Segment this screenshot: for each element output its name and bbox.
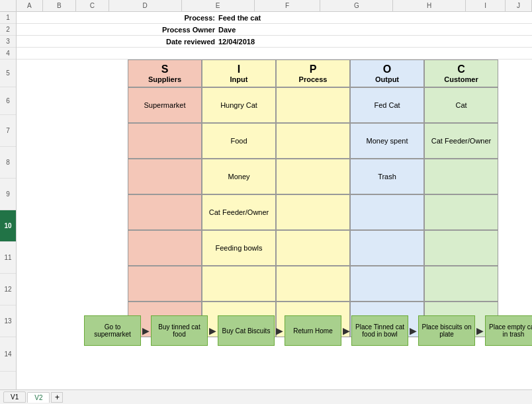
o-letter: O xyxy=(383,63,391,75)
bottom-tabs: V1 V2 + xyxy=(0,389,532,404)
c-letter: C xyxy=(457,63,465,75)
i-letter: I xyxy=(238,63,240,75)
col-header-i: I xyxy=(466,0,506,11)
row-num-3: 3 xyxy=(0,36,16,48)
sipoc-cell-1-3: Money spent xyxy=(350,123,424,159)
sipoc-row-4: Feeding bowls xyxy=(128,230,498,266)
sipoc-cell-2-3: Trash xyxy=(350,159,424,194)
flow-arrow-3: ▶ xyxy=(341,325,351,336)
sipoc-cell-2-4 xyxy=(424,159,498,194)
sipoc-cell-4-1: Feeding bowls xyxy=(202,230,276,266)
sipoc-cell-0-2 xyxy=(276,87,350,123)
row-num-10: 10 xyxy=(0,210,16,242)
sipoc-cell-5-1 xyxy=(202,266,276,302)
sipoc-table: S Suppliers I Input P Process O xyxy=(128,60,498,337)
col-header-c: C xyxy=(76,0,109,11)
sipoc-body: SupermarketHungry CatFed CatCatFoodMoney… xyxy=(128,87,498,337)
row-num-11: 11 xyxy=(0,242,16,274)
sipoc-cell-0-4: Cat xyxy=(424,87,498,123)
sipoc-cell-0-3: Fed Cat xyxy=(350,87,424,123)
row-num-13: 13 xyxy=(0,305,16,337)
sipoc-cell-1-4: Cat Feeder/Owner xyxy=(424,123,498,159)
row-num-2: 2 xyxy=(0,24,16,36)
sipoc-cell-5-2 xyxy=(276,266,350,302)
sipoc-cell-4-0 xyxy=(128,230,202,266)
sipoc-cell-3-2 xyxy=(276,194,350,230)
flow-arrow-4: ▶ xyxy=(408,325,418,336)
col-header-f: F xyxy=(255,0,321,11)
row-numbers: 1234567891011121314 xyxy=(0,12,17,404)
row-num-1: 1 xyxy=(0,12,16,24)
owner-value: Dave xyxy=(218,26,351,34)
tab-v2[interactable]: V2 xyxy=(27,392,50,403)
sipoc-cell-3-3 xyxy=(350,194,424,230)
col-header-h: H xyxy=(393,0,466,11)
main-area: 1234567891011121314 Process: Feed the ca… xyxy=(0,12,532,404)
sipoc-header-p: P Process xyxy=(276,60,350,87)
flow-step-6: Place empty can in trash xyxy=(485,315,532,346)
flow-steps: Go to supermarket▶Buy tinned cat food▶Bu… xyxy=(84,315,532,346)
sipoc-cell-2-2 xyxy=(276,159,350,194)
sipoc-row-5 xyxy=(128,266,498,302)
info-row-2: Process Owner Dave xyxy=(17,24,532,36)
row-num-4: 4 xyxy=(0,48,16,60)
sipoc-cell-0-0: Supermarket xyxy=(128,87,202,123)
sipoc-cell-3-1: Cat Feeder/Owner xyxy=(202,194,276,230)
col-header-a: A xyxy=(17,0,43,11)
sipoc-cell-3-4 xyxy=(424,194,498,230)
corner-cell xyxy=(0,0,17,11)
col-header-j: J xyxy=(506,0,532,11)
flow-step-3: Return Home xyxy=(285,315,341,346)
sipoc-cell-1-1: Food xyxy=(202,123,276,159)
spreadsheet: ABCDEFGHIJ 1234567891011121314 Process: … xyxy=(0,0,532,404)
sipoc-header-s: S Suppliers xyxy=(128,60,202,87)
date-label: Date reviewed xyxy=(139,38,218,46)
sipoc-cell-5-0 xyxy=(128,266,202,302)
sipoc-cell-3-0 xyxy=(128,194,202,230)
date-value: 12/04/2018 xyxy=(218,38,351,46)
col-header-g: G xyxy=(320,0,393,11)
flow-arrow-2: ▶ xyxy=(275,325,285,336)
col-header-b: B xyxy=(43,0,76,11)
sipoc-row-1: FoodMoney spentCat Feeder/Owner xyxy=(128,123,498,159)
sipoc-cell-5-3 xyxy=(350,266,424,302)
row-num-12: 12 xyxy=(0,274,16,305)
owner-label: Process Owner xyxy=(139,26,218,34)
sipoc-cell-2-0 xyxy=(128,159,202,194)
p-letter: P xyxy=(310,63,317,75)
flow-arrow-5: ▶ xyxy=(475,325,485,336)
s-label: Suppliers xyxy=(148,75,181,83)
sipoc-row-0: SupermarketHungry CatFed CatCat xyxy=(128,87,498,123)
grid-content: Process: Feed the cat Process Owner Dave… xyxy=(17,12,532,404)
row-num-9: 9 xyxy=(0,179,16,210)
flow-step-1: Buy tinned cat food xyxy=(151,315,208,346)
sipoc-cell-4-2 xyxy=(276,230,350,266)
add-tab-button[interactable]: + xyxy=(51,392,63,403)
col-header-d: D xyxy=(109,0,182,11)
row-num-14: 14 xyxy=(0,337,16,372)
sipoc-header-o: O Output xyxy=(350,60,424,87)
s-letter: S xyxy=(161,63,169,75)
tab-v1[interactable]: V1 xyxy=(3,391,26,403)
info-row-4 xyxy=(17,48,532,60)
flow-step-4: Place Tinned cat food in bowl xyxy=(351,315,408,346)
process-label: Process: xyxy=(139,14,218,22)
flow-step-5: Place biscuits on plate xyxy=(418,315,475,346)
sipoc-cell-4-4 xyxy=(424,230,498,266)
sipoc-row-3: Cat Feeder/Owner xyxy=(128,194,498,230)
sipoc-header-c: C Customer xyxy=(424,60,498,87)
flow-arrow-0: ▶ xyxy=(141,325,151,336)
column-headers: ABCDEFGHIJ xyxy=(0,0,532,12)
p-label: Process xyxy=(299,75,328,83)
row-num-5: 5 xyxy=(0,60,16,87)
sipoc-cell-1-0 xyxy=(128,123,202,159)
process-value: Feed the cat xyxy=(218,14,351,22)
i-label: Input xyxy=(230,75,248,83)
sipoc-cell-4-3 xyxy=(350,230,424,266)
c-label: Customer xyxy=(444,75,478,83)
sipoc-cell-0-1: Hungry Cat xyxy=(202,87,276,123)
flow-arrow-1: ▶ xyxy=(208,325,218,336)
info-row-1: Process: Feed the cat xyxy=(17,12,532,24)
row-num-8: 8 xyxy=(0,147,16,179)
row-num-7: 7 xyxy=(0,115,16,147)
